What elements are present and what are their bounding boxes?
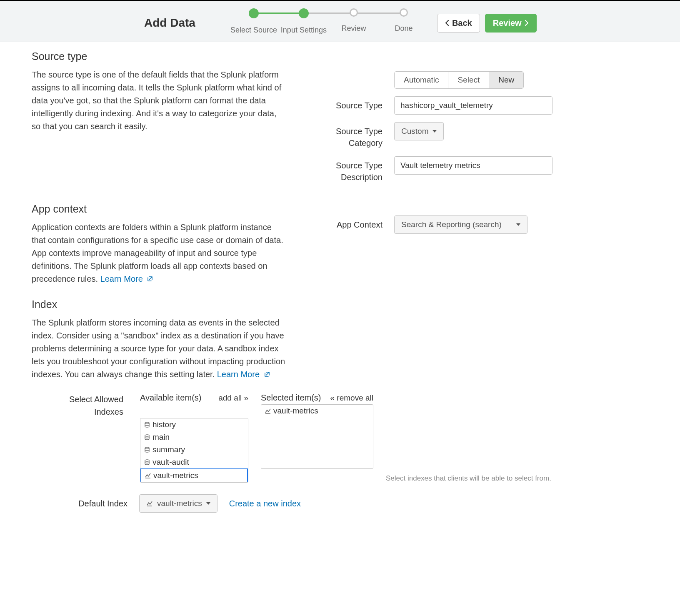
step-connector [254,13,304,14]
add-all-link[interactable]: add all » [218,393,248,403]
step-connector [304,13,354,14]
app-context-section: App context Application contexts are fol… [32,203,648,286]
list-item[interactable]: vault-metrics [140,468,248,483]
mode-new[interactable]: New [489,72,523,88]
wizard-header: Add Data Select Source Input Settings Re… [0,0,680,42]
dropdown-value: Custom [401,127,428,136]
default-index-label: Default Index [48,499,128,508]
svg-point-3 [145,460,149,461]
back-button[interactable]: Back [437,14,480,33]
external-link-icon [147,273,153,286]
review-button-label: Review [493,18,522,28]
source-type-mode-toggle: Automatic Select New [394,71,524,89]
index-description: The Splunk platform stores incoming data… [32,316,286,381]
selected-indexes-listbox[interactable]: vault-metrics [261,404,373,469]
create-new-index-link[interactable]: Create a new index [229,499,301,508]
list-item[interactable]: history [140,418,248,431]
source-type-category-label: Source Type Category [302,122,394,149]
stepper: Select Source Input Settings Review Done [229,8,429,38]
chevron-right-icon [524,18,529,28]
list-item[interactable]: main [140,431,248,443]
list-item[interactable]: summary [140,443,248,456]
app-context-dropdown[interactable]: Search & Reporting (search) [394,215,528,234]
mode-select[interactable]: Select [448,72,489,88]
mode-automatic[interactable]: Automatic [395,72,448,88]
app-context-learn-more-link[interactable]: Learn More [100,274,154,283]
database-icon [144,434,150,441]
select-allowed-indexes-label: Select Allowed Indexes [48,393,128,483]
svg-point-1 [145,435,149,436]
source-type-description-input[interactable] [394,156,552,175]
chevron-left-icon [445,18,450,28]
index-section: Index The Splunk platform stores incomin… [32,298,648,513]
step-circle [350,8,358,17]
available-items-label: Available item(s) [140,393,201,403]
database-icon [144,459,150,466]
source-type-title: Source type [32,50,286,63]
step-circle [299,8,309,18]
caret-down-icon [206,502,210,505]
dropdown-value: vault-metrics [157,499,202,508]
metrics-index-icon [265,408,271,414]
index-title: Index [32,298,286,311]
step-circle [400,8,408,17]
step-label: Review [341,24,366,33]
available-indexes-column: Available item(s) add all » historymains… [140,393,248,483]
svg-point-2 [145,447,149,449]
available-indexes-listbox[interactable]: historymainsummaryvault-auditvault-metri… [140,418,248,483]
list-item[interactable]: vault-metrics [261,405,373,417]
step-label: Done [395,24,412,33]
step-label: Select Source [230,26,277,35]
step-circle [249,8,259,18]
review-button[interactable]: Review [485,14,537,33]
list-item[interactable]: vault-audit [140,456,248,468]
default-index-dropdown[interactable]: vault-metrics [139,494,218,513]
step-connector [354,13,404,14]
external-link-icon [264,368,270,381]
step-label: Input Settings [281,26,327,35]
metrics-index-icon [145,472,151,479]
source-type-category-dropdown[interactable]: Custom [394,122,444,140]
back-button-label: Back [452,18,472,28]
page-title: Add Data [144,16,195,30]
source-type-description-label: Source Type Description [302,156,394,183]
app-context-title: App context [32,203,286,215]
source-type-label: Source Type [302,96,394,111]
app-context-label: App Context [302,215,394,230]
app-context-description: Application contexts are folders within … [32,221,286,286]
remove-all-link[interactable]: « remove all [330,393,374,403]
caret-down-icon [516,223,520,226]
database-icon [144,421,150,428]
source-type-section: Source type The source type is one of th… [32,50,648,190]
metrics-index-icon [146,500,153,507]
svg-point-0 [145,422,149,424]
database-icon [144,446,150,453]
selected-items-label: Selected item(s) [261,393,321,403]
source-type-description: The source type is one of the default fi… [32,68,286,133]
index-learn-more-link[interactable]: Learn More [217,370,270,379]
dropdown-value: Search & Reporting (search) [401,220,502,229]
selected-indexes-column: Selected item(s)« remove all vault-metri… [261,393,373,483]
index-hint-text: Select indexes that clients will be able… [386,474,648,483]
source-type-input[interactable] [394,96,552,115]
caret-down-icon [432,130,437,133]
